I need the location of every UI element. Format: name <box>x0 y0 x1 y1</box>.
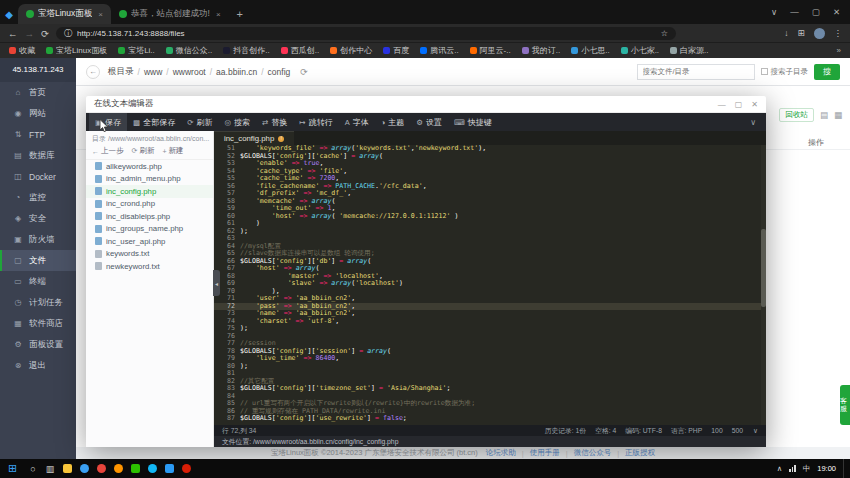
code-line[interactable]: 80); <box>214 363 766 371</box>
code-line[interactable]: 69 'slave' => array('localhost') <box>214 280 766 288</box>
edge-browser-icon[interactable] <box>76 460 93 477</box>
code-line[interactable]: 62); <box>214 228 766 236</box>
search-subdir-option[interactable]: 搜索子目录 <box>761 67 809 77</box>
status-item[interactable]: 历史记录: 1份 <box>545 426 587 436</box>
window-close-icon[interactable]: ✕ <box>833 7 840 17</box>
sidebar-item-terminal[interactable]: ▭ 终端 <box>0 271 76 292</box>
new-tab-button[interactable]: + <box>229 8 251 20</box>
toolbar-collapse-icon[interactable]: ∨ <box>743 118 763 127</box>
taskbar-search-icon[interactable]: ○ <box>25 464 40 474</box>
editor-tab[interactable]: inc_config.php ! <box>214 131 294 145</box>
window-minimize-icon[interactable]: — <box>790 7 799 17</box>
support-tab[interactable]: 客服 <box>840 385 850 425</box>
tree-file-item[interactable]: inc_config.php <box>86 185 213 198</box>
theme-button[interactable]: ◑ 主题 <box>375 113 411 131</box>
breadcrumb-item[interactable]: www <box>144 67 162 77</box>
code-line[interactable]: 79 'live_time' => 86400, <box>214 355 766 363</box>
task-view-icon[interactable]: ▥ <box>41 464 60 474</box>
sidebar-item-appstore[interactable]: ▦ 软件商店 <box>0 313 76 334</box>
firefox-browser-icon[interactable] <box>110 460 127 477</box>
dir-refresh-icon[interactable]: ⟳ <box>300 67 308 77</box>
scrollbar-thumb[interactable] <box>761 229 766 307</box>
editor-scrollbar[interactable] <box>761 145 766 425</box>
bookmark-item[interactable]: 腾讯云.. <box>420 45 458 56</box>
code-line[interactable]: 75); <box>214 325 766 333</box>
hotkeys-button[interactable]: ⌨ 快捷键 <box>448 113 498 131</box>
code-line[interactable]: 61 ) <box>214 220 766 228</box>
bookmark-item[interactable]: 收藏 <box>9 45 35 56</box>
bookmark-star-icon[interactable]: ☆ <box>661 29 668 38</box>
bookmark-item[interactable]: 小七思.. <box>571 45 609 56</box>
save-all-button[interactable]: ▩ 全部保存 <box>127 113 181 131</box>
tab-close-icon[interactable]: × <box>216 10 221 19</box>
forward-icon[interactable]: → <box>25 28 35 39</box>
bookmark-item[interactable]: 百度 <box>383 45 409 56</box>
bookmark-item[interactable]: 西瓜创.. <box>281 45 319 56</box>
url-box[interactable]: ⓘ http://45.138.71.243:8888/files ☆ <box>56 27 676 40</box>
tree-file-item[interactable]: inc_user_api.php <box>86 235 213 248</box>
code-line[interactable]: 63 <box>214 235 766 243</box>
tree-file-item[interactable]: newkeyword.txt <box>86 260 213 273</box>
clock[interactable]: 19:00 <box>817 464 836 473</box>
tray-expand-icon[interactable]: ∧ <box>777 464 783 473</box>
tab-close-icon[interactable]: × <box>98 10 103 19</box>
server-ip[interactable]: 45.138.71.243 <box>0 58 76 82</box>
refresh-button[interactable]: ⟳ 刷新 <box>181 113 218 131</box>
modal-close-icon[interactable]: ✕ <box>751 100 758 109</box>
code-line[interactable]: 83$GLOBALS['config']['timezone_set'] = '… <box>214 385 766 393</box>
dir-back-icon[interactable]: ← <box>86 65 100 79</box>
breadcrumb-item[interactable]: 根目录 <box>108 66 134 78</box>
code-line[interactable]: 60 'host' => array( 'memcache://127.0.0.… <box>214 213 766 221</box>
footer-link[interactable]: 使用手册 <box>530 448 560 458</box>
bookmark-item[interactable]: 我的订.. <box>522 45 560 56</box>
editor-settings-button[interactable]: ⚙ 设置 <box>410 113 448 131</box>
sidebar-item-security[interactable]: ◈ 安全 <box>0 208 76 229</box>
modal-maximize-icon[interactable]: ▢ <box>735 100 743 109</box>
code-line[interactable]: 81 <box>214 370 766 378</box>
bookmarks-overflow-icon[interactable]: » <box>837 46 841 55</box>
footer-link[interactable]: 正版授权 <box>625 448 655 458</box>
url-text[interactable]: http://45.138.71.243:8888/files <box>77 29 656 38</box>
bookmark-item[interactable]: 创作中心 <box>330 45 372 56</box>
music-app-icon[interactable] <box>178 460 195 477</box>
recycle-bin-button[interactable]: 回收站 <box>779 108 814 122</box>
tree-file-item[interactable]: allkeywords.php <box>86 160 213 173</box>
bookmark-item[interactable]: 小七家.. <box>621 45 659 56</box>
bookmark-item[interactable]: 白家源.. <box>670 45 708 56</box>
code-line[interactable]: 74 'charset' => 'utf-8', <box>214 318 766 326</box>
search-button[interactable]: ◎ 搜索 <box>218 113 256 131</box>
code-editor[interactable]: 51 'keywords_file' => array('keywords.tx… <box>214 145 766 425</box>
bookmark-item[interactable]: 微信公众.. <box>166 45 212 56</box>
browser-menu-icon[interactable]: ⋮ <box>834 28 843 38</box>
status-item[interactable]: 500 <box>732 427 743 434</box>
footer-link[interactable]: 微信公众号 <box>574 448 612 458</box>
replace-button[interactable]: ⇄ 替换 <box>256 113 293 131</box>
sidebar-item-ftp[interactable]: ⇅ FTP <box>0 124 76 145</box>
sidebar-item-logout[interactable]: ⊗ 退出 <box>0 355 76 376</box>
code-line[interactable]: 76 <box>214 333 766 341</box>
tree-file-item[interactable]: inc_admin_menu.php <box>86 173 213 186</box>
breadcrumb-item[interactable]: config <box>268 67 291 77</box>
qq-icon[interactable] <box>144 460 161 477</box>
show-desktop-button[interactable] <box>843 459 846 478</box>
status-item[interactable]: 100 <box>711 427 722 434</box>
goto-line-button[interactable]: ↦ 跳转行 <box>293 113 338 131</box>
profile-avatar[interactable] <box>814 28 825 39</box>
wechat-icon[interactable] <box>127 460 144 477</box>
new-file-button[interactable]: + 新建 <box>162 146 183 156</box>
window-maximize-icon[interactable]: ▢ <box>812 7 820 17</box>
browser-tab[interactable]: 宝塔Linux面板 × <box>18 4 111 24</box>
modal-minimize-icon[interactable]: — <box>718 100 726 109</box>
extensions-icon[interactable]: ⊞ <box>797 28 804 38</box>
code-line[interactable]: 87$GLOBALS['config']['use_rewrite'] = fa… <box>214 415 766 423</box>
chrome-browser-icon[interactable] <box>93 460 110 477</box>
up-button[interactable]: ← 上一步 <box>92 146 124 156</box>
breadcrumb-item[interactable]: wwwroot <box>173 67 206 77</box>
tree-file-item[interactable]: keywords.txt <box>86 248 213 261</box>
network-icon[interactable] <box>789 465 796 472</box>
bookmark-item[interactable]: 抖音创作.. <box>223 45 269 56</box>
sidebar-item-firewall[interactable]: ▣ 防火墙 <box>0 229 76 250</box>
font-button[interactable]: A 字体 <box>339 113 375 131</box>
tree-refresh-button[interactable]: ⟳ 刷新 <box>132 146 155 156</box>
status-item[interactable]: 空格: 4 <box>595 426 616 436</box>
